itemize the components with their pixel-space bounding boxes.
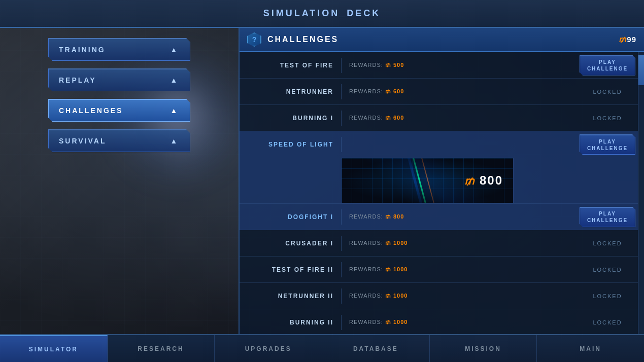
currency-display: ₥99	[619, 35, 636, 44]
locked-label-netrunner: LOCKED	[593, 89, 622, 95]
challenge-name-burning-ii: BURNING II	[240, 319, 341, 326]
bottom-nav: SIMULATOR RESEARCH UPGRADES DATABASE MIS…	[0, 334, 644, 362]
preview-currency-icon: ₥	[464, 175, 475, 187]
sidebar-item-challenges[interactable]: CHALLENGES ▲	[48, 99, 190, 122]
main-content: TRAINING ▲ REPLAY ▲ CHALLENGES ▲ SURVIVA…	[0, 28, 644, 334]
divider	[341, 137, 342, 152]
scroll-thumb[interactable]	[638, 55, 644, 85]
challenge-name-test-of-fire-ii: TEST OF FIRE II	[240, 266, 341, 273]
replay-icon: ▲	[170, 75, 180, 85]
reward-value: ₥ 600	[385, 115, 404, 121]
sol-spacer	[240, 158, 341, 203]
challenge-name-dogfight-i: DOGFIGHT I	[240, 213, 341, 221]
left-panel: TRAINING ▲ REPLAY ▲ CHALLENGES ▲ SURVIVA…	[0, 28, 239, 334]
challenge-action-netrunner: LOCKED	[577, 89, 638, 95]
sidebar-item-replay[interactable]: REPLAY ▲	[48, 68, 190, 91]
challenge-name-test-of-fire: TEST OF FIRE	[240, 62, 341, 69]
survival-icon: ▲	[170, 136, 180, 146]
challenge-rewards-burning-ii: REWARDS: ₥ 1000	[342, 319, 577, 325]
training-icon: ▲	[170, 45, 180, 55]
reward-value: ₥ 800	[385, 213, 404, 220]
reward-value: ₥ 600	[385, 88, 404, 94]
survival-label: SURVIVAL	[59, 137, 107, 145]
challenge-name-speed-of-light: SPEED OF LIGHT	[240, 141, 341, 148]
bottom-nav-research[interactable]: RESEARCH	[108, 335, 215, 362]
challenge-row-dogfight-i[interactable]: DOGFIGHT I REWARDS: ₥ 800 PLAYCHALLENGE	[240, 204, 638, 230]
reward-value: ₥ 500	[385, 62, 404, 68]
currency-value: 99	[627, 35, 636, 44]
preview-reward-value: 800	[480, 173, 503, 187]
challenge-action-sol: PLAYCHALLENGE	[577, 134, 638, 155]
challenge-row-speed-of-light[interactable]: SPEED OF LIGHT PLAYCHALLENGE	[240, 131, 638, 204]
preview-content: ₥ 800	[342, 158, 513, 203]
bottom-nav-simulator[interactable]: SIMULATOR	[0, 335, 108, 362]
app-title: SIMULATION_DECK	[263, 8, 381, 19]
challenge-row-netrunner[interactable]: NETRUNNER REWARDS: ₥ 600 LOCKED	[240, 79, 638, 105]
bottom-nav-mission[interactable]: MISSION	[430, 335, 537, 362]
replay-label: REPLAY	[59, 76, 96, 84]
challenge-action-burning-ii: LOCKED	[577, 319, 638, 325]
challenge-name-netrunner: NETRUNNER	[240, 88, 341, 95]
challenge-row-test-of-fire[interactable]: TEST OF FIRE REWARDS: ₥ 500 PLAYCHALLENG…	[240, 52, 638, 79]
sidebar-item-training[interactable]: TRAINING ▲	[48, 38, 190, 61]
sidebar-item-survival[interactable]: SURVIVAL ▲	[48, 129, 190, 152]
challenge-rewards-burning-i: REWARDS: ₥ 600	[342, 115, 577, 121]
play-button-test-of-fire[interactable]: PLAYCHALLENGE	[580, 55, 635, 76]
play-button-speed-of-light[interactable]: PLAYCHALLENGE	[580, 134, 635, 155]
reward-value: ₥ 1000	[385, 319, 408, 325]
play-button-dogfight-i[interactable]: PLAYCHALLENGE	[580, 207, 635, 227]
challenge-rewards-crusader-i: REWARDS: ₥ 1000	[342, 240, 577, 246]
challenges-list[interactable]: TEST OF FIRE REWARDS: ₥ 500 PLAYCHALLENG…	[240, 52, 638, 334]
currency-icon: ₥	[619, 35, 627, 44]
training-label: TRAINING	[59, 46, 106, 54]
reward-value: ₥ 1000	[385, 293, 408, 299]
challenge-row-crusader-i[interactable]: CRUSADER I REWARDS: ₥ 1000 LOCKED	[240, 230, 638, 257]
challenge-name-crusader-i: CRUSADER I	[240, 240, 341, 247]
challenge-rewards-dogfight-i: REWARDS: ₥ 800	[342, 213, 577, 220]
sol-row-top: SPEED OF LIGHT PLAYCHALLENGE	[240, 131, 638, 158]
challenges-icon: ▲	[170, 105, 180, 116]
preview-panel: ₥ 800	[341, 158, 514, 203]
challenge-action-crusader-i: LOCKED	[577, 240, 638, 246]
locked-label-netrunner-ii: LOCKED	[593, 293, 622, 299]
preview-reward: ₥ 800	[464, 173, 503, 188]
locked-label-test-of-fire-ii: LOCKED	[593, 267, 622, 273]
challenges-title: CHALLENGES	[267, 35, 613, 44]
challenge-action-netrunner-ii: LOCKED	[577, 293, 638, 299]
bottom-nav-main[interactable]: MAIN	[537, 335, 644, 362]
top-bar: SIMULATION_DECK	[0, 0, 644, 28]
challenge-action-dogfight-i: PLAYCHALLENGE	[577, 207, 638, 227]
challenge-rewards-netrunner-ii: REWARDS: ₥ 1000	[342, 293, 577, 299]
reward-value: ₥ 1000	[385, 266, 408, 272]
challenge-rewards-test-of-fire: REWARDS: ₥ 500	[342, 62, 577, 68]
bottom-nav-database[interactable]: DATABASE	[322, 335, 430, 362]
reward-value: ₥ 1000	[385, 240, 408, 246]
challenge-name-netrunner-ii: NETRUNNER II	[240, 293, 341, 300]
locked-label-crusader-i: LOCKED	[593, 240, 622, 246]
challenge-row-netrunner-ii[interactable]: NETRUNNER II REWARDS: ₥ 1000 LOCKED	[240, 283, 638, 309]
challenge-action-burning-i: LOCKED	[577, 115, 638, 121]
challenge-name-burning-i: BURNING I	[240, 115, 341, 122]
challenge-row-burning-i[interactable]: BURNING I REWARDS: ₥ 600 LOCKED	[240, 105, 638, 131]
locked-label-burning-i: LOCKED	[593, 115, 622, 121]
locked-label-burning-ii: LOCKED	[593, 319, 622, 325]
challenge-row-test-of-fire-ii[interactable]: TEST OF FIRE II REWARDS: ₥ 1000 LOCKED	[240, 257, 638, 283]
sol-action-space	[514, 158, 638, 203]
sol-preview-row: ₥ 800	[240, 158, 638, 203]
challenges-header: ? CHALLENGES ₥99	[240, 28, 644, 52]
challenge-rewards-netrunner: REWARDS: ₥ 600	[342, 88, 577, 95]
challenge-action-test-of-fire-ii: LOCKED	[577, 267, 638, 273]
challenge-action-test-of-fire: PLAYCHALLENGE	[577, 55, 638, 76]
bottom-nav-upgrades[interactable]: UPGRADES	[215, 335, 322, 362]
challenge-rewards-test-of-fire-ii: REWARDS: ₥ 1000	[342, 266, 577, 273]
help-icon[interactable]: ?	[247, 32, 261, 47]
challenge-row-burning-ii[interactable]: BURNING II REWARDS: ₥ 1000 LOCKED	[240, 309, 638, 334]
content-area: TEST OF FIRE REWARDS: ₥ 500 PLAYCHALLENG…	[240, 52, 644, 334]
scrollbar[interactable]	[638, 52, 644, 334]
right-panel: ? CHALLENGES ₥99 TEST OF FIRE REWARDS: ₥…	[239, 28, 644, 334]
challenges-label: CHALLENGES	[59, 106, 123, 115]
